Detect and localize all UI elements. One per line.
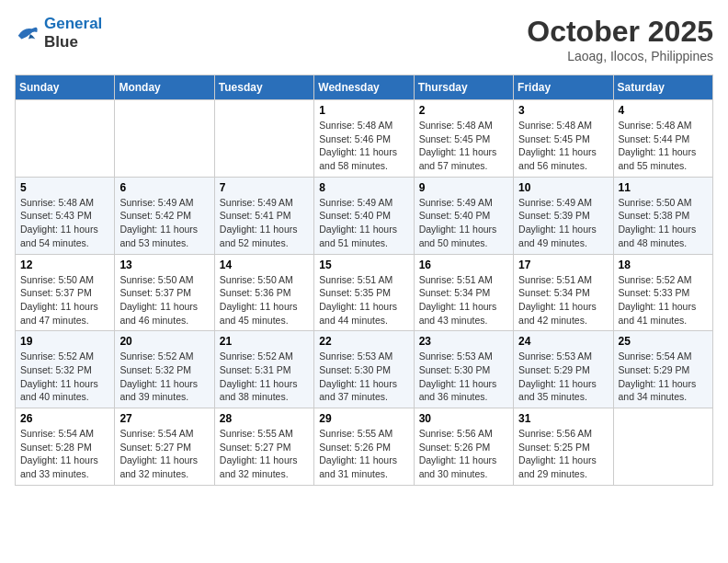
day-number: 4 <box>619 104 708 117</box>
calendar-cell: 12Sunrise: 5:50 AMSunset: 5:37 PMDayligh… <box>16 254 115 331</box>
logo-general: General <box>44 15 102 32</box>
calendar-cell: 11Sunrise: 5:50 AMSunset: 5:38 PMDayligh… <box>613 177 712 254</box>
day-info: Sunrise: 5:52 AMSunset: 5:32 PMDaylight:… <box>20 350 109 404</box>
day-number: 17 <box>518 259 608 271</box>
day-info: Sunrise: 5:55 AMSunset: 5:27 PMDaylight:… <box>220 427 309 481</box>
calendar-cell: 25Sunrise: 5:54 AMSunset: 5:29 PMDayligh… <box>613 331 712 408</box>
calendar-cell: 17Sunrise: 5:51 AMSunset: 5:34 PMDayligh… <box>514 254 613 331</box>
day-info: Sunrise: 5:52 AMSunset: 5:31 PMDaylight:… <box>220 350 309 404</box>
calendar-cell: 4Sunrise: 5:48 AMSunset: 5:44 PMDaylight… <box>613 100 712 178</box>
weekday-header-monday: Monday <box>115 75 214 100</box>
day-number: 25 <box>619 335 708 348</box>
day-info: Sunrise: 5:53 AMSunset: 5:29 PMDaylight:… <box>518 350 608 404</box>
day-number: 31 <box>518 412 608 425</box>
day-number: 18 <box>619 259 708 271</box>
calendar-cell: 6Sunrise: 5:49 AMSunset: 5:42 PMDaylight… <box>115 177 214 254</box>
day-number: 16 <box>419 259 508 271</box>
day-info: Sunrise: 5:52 AMSunset: 5:33 PMDaylight:… <box>619 273 708 327</box>
calendar-week-5: 26Sunrise: 5:54 AMSunset: 5:28 PMDayligh… <box>16 408 713 486</box>
weekday-header-thursday: Thursday <box>414 75 513 100</box>
day-number: 26 <box>20 412 109 425</box>
day-info: Sunrise: 5:53 AMSunset: 5:30 PMDaylight:… <box>319 350 408 404</box>
logo-blue: Blue <box>44 33 102 52</box>
day-number: 8 <box>319 181 408 194</box>
day-info: Sunrise: 5:48 AMSunset: 5:46 PMDaylight:… <box>319 119 408 173</box>
calendar-cell: 8Sunrise: 5:49 AMSunset: 5:40 PMDaylight… <box>314 177 414 254</box>
day-info: Sunrise: 5:56 AMSunset: 5:26 PMDaylight:… <box>419 427 508 481</box>
day-number: 3 <box>518 104 608 117</box>
page-header: General Blue October 2025 Laoag, Ilocos,… <box>15 15 713 63</box>
calendar-cell: 28Sunrise: 5:55 AMSunset: 5:27 PMDayligh… <box>214 408 313 486</box>
day-info: Sunrise: 5:48 AMSunset: 5:45 PMDaylight:… <box>419 119 508 173</box>
weekday-header-saturday: Saturday <box>613 75 712 100</box>
day-number: 12 <box>20 259 109 271</box>
calendar-cell: 10Sunrise: 5:49 AMSunset: 5:39 PMDayligh… <box>514 177 613 254</box>
title-block: October 2025 Laoag, Ilocos, Philippines <box>527 15 713 63</box>
day-info: Sunrise: 5:50 AMSunset: 5:36 PMDaylight:… <box>220 273 309 327</box>
logo-icon <box>15 20 40 46</box>
day-info: Sunrise: 5:55 AMSunset: 5:26 PMDaylight:… <box>319 427 408 481</box>
day-number: 27 <box>119 412 209 425</box>
calendar-cell: 30Sunrise: 5:56 AMSunset: 5:26 PMDayligh… <box>414 408 513 486</box>
day-info: Sunrise: 5:49 AMSunset: 5:39 PMDaylight:… <box>518 196 608 250</box>
day-number: 24 <box>518 335 608 348</box>
calendar-cell: 18Sunrise: 5:52 AMSunset: 5:33 PMDayligh… <box>613 254 712 331</box>
calendar-cell: 19Sunrise: 5:52 AMSunset: 5:32 PMDayligh… <box>16 331 115 408</box>
calendar-week-1: 1Sunrise: 5:48 AMSunset: 5:46 PMDaylight… <box>16 100 713 178</box>
calendar-week-4: 19Sunrise: 5:52 AMSunset: 5:32 PMDayligh… <box>16 331 713 408</box>
calendar-cell: 15Sunrise: 5:51 AMSunset: 5:35 PMDayligh… <box>314 254 414 331</box>
day-info: Sunrise: 5:51 AMSunset: 5:34 PMDaylight:… <box>518 273 608 327</box>
day-number: 7 <box>220 181 309 194</box>
calendar-cell: 26Sunrise: 5:54 AMSunset: 5:28 PMDayligh… <box>16 408 115 486</box>
calendar-cell: 7Sunrise: 5:49 AMSunset: 5:41 PMDaylight… <box>214 177 313 254</box>
calendar-week-2: 5Sunrise: 5:48 AMSunset: 5:43 PMDaylight… <box>16 177 713 254</box>
logo: General Blue <box>15 15 102 52</box>
day-number: 21 <box>220 335 309 348</box>
day-number: 20 <box>119 335 209 348</box>
logo-text: General Blue <box>44 15 102 52</box>
weekday-header-row: SundayMondayTuesdayWednesdayThursdayFrid… <box>16 75 713 100</box>
day-number: 1 <box>319 104 408 117</box>
location: Laoag, Ilocos, Philippines <box>527 49 713 63</box>
day-info: Sunrise: 5:48 AMSunset: 5:44 PMDaylight:… <box>619 119 708 173</box>
calendar-cell: 27Sunrise: 5:54 AMSunset: 5:27 PMDayligh… <box>115 408 214 486</box>
day-number: 23 <box>419 335 508 348</box>
calendar-week-3: 12Sunrise: 5:50 AMSunset: 5:37 PMDayligh… <box>16 254 713 331</box>
calendar-cell: 31Sunrise: 5:56 AMSunset: 5:25 PMDayligh… <box>514 408 613 486</box>
day-info: Sunrise: 5:51 AMSunset: 5:35 PMDaylight:… <box>319 273 408 327</box>
day-number: 28 <box>220 412 309 425</box>
calendar-cell: 9Sunrise: 5:49 AMSunset: 5:40 PMDaylight… <box>414 177 513 254</box>
day-number: 22 <box>319 335 408 348</box>
calendar-table: SundayMondayTuesdayWednesdayThursdayFrid… <box>15 75 713 486</box>
weekday-header-tuesday: Tuesday <box>214 75 313 100</box>
day-info: Sunrise: 5:54 AMSunset: 5:29 PMDaylight:… <box>619 350 708 404</box>
weekday-header-sunday: Sunday <box>16 75 115 100</box>
day-info: Sunrise: 5:56 AMSunset: 5:25 PMDaylight:… <box>518 427 608 481</box>
calendar-cell <box>115 100 214 178</box>
day-info: Sunrise: 5:50 AMSunset: 5:38 PMDaylight:… <box>619 196 708 250</box>
day-number: 14 <box>220 259 309 271</box>
calendar-cell: 24Sunrise: 5:53 AMSunset: 5:29 PMDayligh… <box>514 331 613 408</box>
day-number: 19 <box>20 335 109 348</box>
day-number: 13 <box>119 259 209 271</box>
day-info: Sunrise: 5:54 AMSunset: 5:27 PMDaylight:… <box>119 427 209 481</box>
calendar-cell <box>613 408 712 486</box>
day-info: Sunrise: 5:52 AMSunset: 5:32 PMDaylight:… <box>119 350 209 404</box>
day-info: Sunrise: 5:54 AMSunset: 5:28 PMDaylight:… <box>20 427 109 481</box>
day-info: Sunrise: 5:53 AMSunset: 5:30 PMDaylight:… <box>419 350 508 404</box>
day-info: Sunrise: 5:49 AMSunset: 5:41 PMDaylight:… <box>220 196 309 250</box>
calendar-cell: 29Sunrise: 5:55 AMSunset: 5:26 PMDayligh… <box>314 408 414 486</box>
calendar-cell: 20Sunrise: 5:52 AMSunset: 5:32 PMDayligh… <box>115 331 214 408</box>
day-number: 5 <box>20 181 109 194</box>
calendar-cell: 22Sunrise: 5:53 AMSunset: 5:30 PMDayligh… <box>314 331 414 408</box>
day-number: 15 <box>319 259 408 271</box>
day-info: Sunrise: 5:51 AMSunset: 5:34 PMDaylight:… <box>419 273 508 327</box>
day-number: 29 <box>319 412 408 425</box>
day-number: 11 <box>619 181 708 194</box>
day-number: 2 <box>419 104 508 117</box>
calendar-cell <box>16 100 115 178</box>
day-info: Sunrise: 5:49 AMSunset: 5:42 PMDaylight:… <box>119 196 209 250</box>
day-info: Sunrise: 5:49 AMSunset: 5:40 PMDaylight:… <box>419 196 508 250</box>
calendar-cell: 16Sunrise: 5:51 AMSunset: 5:34 PMDayligh… <box>414 254 513 331</box>
calendar-cell <box>214 100 313 178</box>
